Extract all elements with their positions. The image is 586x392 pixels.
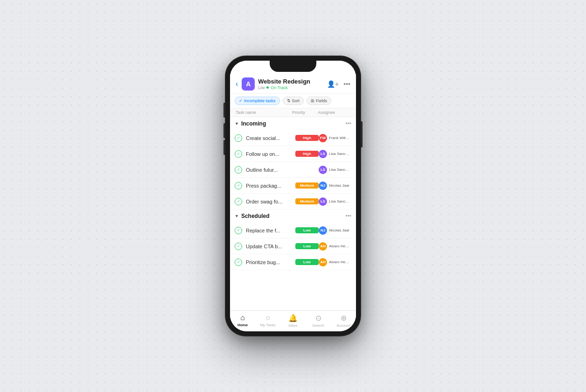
check-icon: ✓ [239, 98, 243, 103]
header-actions: 👤+ ••• [327, 80, 350, 88]
project-info: Website Redesign List On Track [258, 78, 327, 90]
task-name: Create social... [246, 135, 295, 141]
task-checkbox[interactable]: ✓ [235, 134, 242, 142]
avatar: AH [319, 242, 327, 251]
sort-filter[interactable]: ⇅ Sort [283, 97, 304, 105]
priority-badge: Low [295, 243, 319, 249]
inbox-nav-icon: 🔔 [288, 314, 298, 322]
search-nav-label: Search [312, 323, 324, 328]
avatar: LS [319, 150, 327, 158]
priority-badge: Low [295, 227, 319, 233]
search-nav-icon: ⊙ [315, 314, 321, 322]
section-header-scheduled[interactable]: ▼ Scheduled ••• [230, 210, 356, 223]
assignee-name: Alvaro Herrera [329, 260, 350, 264]
nav-item-inbox[interactable]: 🔔Inbox [280, 314, 306, 328]
task-checkbox[interactable]: ✓ [235, 166, 242, 174]
assignee-name: Nicolas Jaar [329, 228, 349, 232]
section-more-scheduled[interactable]: ••• [345, 213, 351, 219]
assignee-name: Alvaro Herrera [329, 244, 350, 248]
priority-badge: Low [295, 259, 319, 265]
home-nav-icon: ⌂ [240, 314, 245, 322]
app-header: ‹ A Website Redesign List On Track 👤+ ••… [230, 74, 356, 94]
project-name: Website Redesign [258, 78, 327, 85]
task-checkbox[interactable]: ✓ [235, 182, 242, 189]
bottom-nav: ⌂Home○My Tasks🔔Inbox⊙Search⊛Account [230, 310, 356, 331]
task-name: Replace the f... [246, 228, 295, 233]
avatar: AH [319, 258, 327, 266]
assignee-name: Nicolas Jaar [329, 183, 349, 188]
my-tasks-nav-label: My Tasks [260, 323, 275, 327]
table-row[interactable]: ✓ Follow up on... High LS Lisa Sanchez [230, 146, 356, 162]
task-checkbox[interactable]: ✓ [235, 227, 242, 234]
section-title-scheduled: Scheduled [241, 213, 345, 219]
section-more-incoming[interactable]: ••• [345, 120, 351, 127]
assignee-cell: LS Lisa Sanchez [319, 166, 351, 174]
filter-bar: ✓ Incomplete tasks ⇅ Sort ⊞ Fields [230, 94, 356, 108]
nav-item-my-tasks[interactable]: ○My Tasks [255, 314, 280, 328]
project-meta: List On Track [258, 85, 327, 90]
task-checkbox[interactable]: ✓ [235, 243, 242, 250]
avatar: NJ [319, 182, 327, 190]
assignee-cell: AH Alvaro Herrera [319, 242, 351, 251]
priority-badge: Medium [295, 198, 319, 204]
avatar: FW [319, 134, 327, 142]
phone-screen: ‹ A Website Redesign List On Track 👤+ ••… [230, 61, 356, 331]
col-task-name: Task name [236, 110, 292, 115]
assignee-cell: AH Alvaro Herrera [319, 258, 351, 266]
task-name: Order swag fo... [246, 199, 295, 204]
project-list-label: List [258, 85, 265, 90]
table-row[interactable]: ✓ Create social... High FW Frank William… [230, 130, 356, 146]
table-row[interactable]: ✓ Replace the f... Low NJ Nicolas Jaar [230, 223, 356, 238]
my-tasks-nav-icon: ○ [265, 314, 270, 322]
column-headers: Task name Priority Assignee [230, 108, 356, 117]
project-icon: A [242, 77, 255, 91]
assignee-name: Frank Williams [329, 136, 350, 140]
account-nav-icon: ⊛ [341, 314, 347, 322]
assignee-cell: LS Lisa Sanchez [319, 197, 351, 206]
status-text: On Track [271, 85, 288, 90]
table-row[interactable]: ✓ Update CTA b... Low AH Alvaro Herrera [230, 238, 356, 254]
section-header-incoming[interactable]: ▼ Incoming ••• [230, 117, 356, 130]
fields-icon: ⊞ [311, 98, 314, 103]
nav-item-search[interactable]: ⊙Search [306, 314, 331, 328]
table-row[interactable]: ✓ Outline futur... LS Lisa Sanchez [230, 162, 356, 178]
assignee-cell: NJ Nicolas Jaar [319, 226, 351, 235]
task-list: ▼ Incoming ••• ✓ Create social... High F… [230, 117, 356, 310]
task-checkbox[interactable]: ✓ [235, 259, 242, 266]
sort-label: Sort [292, 98, 300, 103]
avatar: LS [319, 197, 327, 206]
section-arrow-incoming: ▼ [235, 121, 239, 126]
avatar: NJ [319, 226, 327, 235]
priority-badge: High [295, 151, 319, 157]
section-title-incoming: Incoming [241, 120, 345, 127]
app-content: ‹ A Website Redesign List On Track 👤+ ••… [230, 74, 356, 331]
notch [270, 61, 316, 72]
priority-badge: High [295, 135, 319, 141]
notch-area [230, 61, 356, 74]
account-nav-label: Account [337, 323, 350, 328]
avatar: LS [319, 166, 327, 174]
add-member-icon[interactable]: 👤+ [327, 80, 339, 88]
assignee-cell: NJ Nicolas Jaar [319, 182, 351, 190]
task-checkbox[interactable]: ✓ [235, 150, 242, 158]
assignee-name: Lisa Sanchez [329, 199, 350, 203]
fields-label: Fields [316, 98, 327, 103]
back-button[interactable]: ‹ [236, 80, 238, 88]
task-name: Press packag... [246, 183, 295, 189]
table-row[interactable]: ✓ Prioritize bug... Low AH Alvaro Herrer… [230, 254, 356, 270]
priority-badge: Medium [295, 182, 319, 189]
task-checkbox[interactable]: ✓ [235, 198, 242, 205]
table-row[interactable]: ✓ Press packag... Medium NJ Nicolas Jaar [230, 178, 356, 194]
phone-device: ‹ A Website Redesign List On Track 👤+ ••… [225, 56, 361, 336]
col-priority: Priority [292, 110, 318, 115]
incomplete-tasks-label: Incomplete tasks [244, 98, 276, 103]
table-row[interactable]: ✓ Order swag fo... Medium LS Lisa Sanche… [230, 194, 356, 210]
nav-item-home[interactable]: ⌂Home [230, 314, 255, 328]
incomplete-tasks-filter[interactable]: ✓ Incomplete tasks [235, 97, 280, 105]
fields-filter[interactable]: ⊞ Fields [307, 97, 331, 105]
more-options-icon[interactable]: ••• [343, 80, 350, 88]
home-nav-label: Home [237, 323, 248, 327]
section-arrow-scheduled: ▼ [235, 214, 239, 218]
inbox-nav-label: Inbox [288, 323, 298, 328]
nav-item-account[interactable]: ⊛Account [331, 314, 356, 328]
